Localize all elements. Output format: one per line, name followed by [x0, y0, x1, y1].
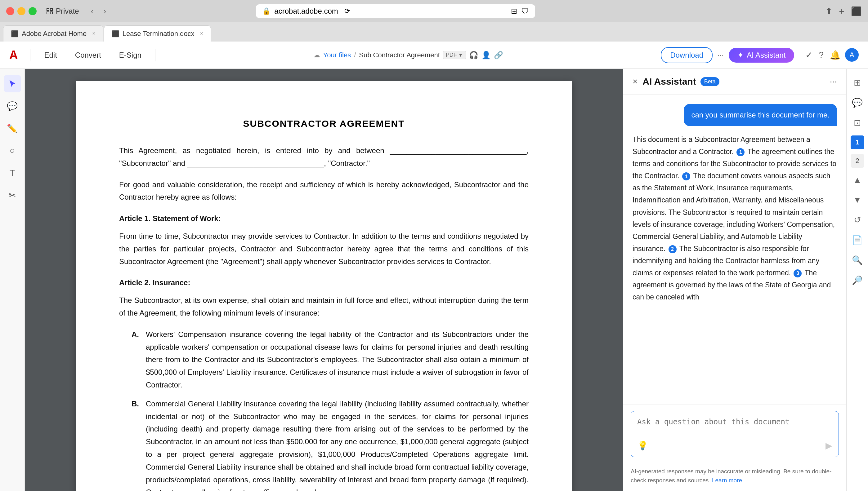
- ai-suggestions-button[interactable]: 💡: [637, 440, 648, 451]
- private-button[interactable]: Private: [42, 5, 83, 17]
- toolbar-icons: ✓ ? 🔔 A: [804, 48, 859, 62]
- list-item-b: B. Commercial General Liability insuranc…: [132, 398, 528, 491]
- citation-2[interactable]: 1: [682, 172, 690, 180]
- right-icon-message[interactable]: 💬: [849, 95, 865, 110]
- ai-response-part3: The document covers various aspects such…: [632, 172, 835, 253]
- right-icon-zoom-in[interactable]: 🔍: [849, 253, 865, 268]
- tool-pen[interactable]: ✏️: [4, 120, 21, 137]
- breadcrumb-separator: /: [354, 51, 356, 59]
- close-traffic-light[interactable]: [6, 7, 14, 15]
- tool-edit2[interactable]: ✂: [4, 186, 21, 204]
- right-icon-grid[interactable]: ⊞: [851, 75, 863, 90]
- learn-more-link[interactable]: Learn more: [712, 477, 742, 484]
- ai-more-button[interactable]: ···: [830, 77, 837, 86]
- tabs-bar: ⬛ Adobe Acrobat Home × ⬛ Lease Terminati…: [0, 22, 868, 41]
- ai-disclaimer: AI-generated responses may be inaccurate…: [623, 463, 846, 491]
- ai-input-field[interactable]: [637, 417, 832, 436]
- list-a-label: A.: [132, 328, 141, 392]
- list-b-label: B.: [132, 398, 141, 491]
- tool-lasso[interactable]: ○: [4, 142, 21, 159]
- ai-input-area: 💡 ▶: [623, 405, 846, 463]
- private-label: Private: [56, 7, 79, 16]
- toolbar-actions: Download ··· ✦ AI Assistant: [661, 47, 794, 63]
- page-number-2[interactable]: 2: [851, 154, 864, 168]
- right-icon-refresh[interactable]: ↺: [851, 212, 863, 228]
- bell-icon[interactable]: 🔔: [828, 48, 843, 62]
- ai-beta-badge: Beta: [701, 77, 720, 86]
- pdf-intro-2: For good and valuable consideration, the…: [119, 178, 528, 204]
- svg-rect-1: [50, 8, 52, 10]
- tab-doc-close[interactable]: ×: [200, 30, 204, 37]
- citation-3[interactable]: 2: [669, 245, 677, 253]
- list-a-text: Workers' Compensation insurance covering…: [146, 328, 528, 392]
- ai-close-button[interactable]: ×: [632, 77, 638, 86]
- right-icon-chevron-up[interactable]: ▲: [851, 173, 864, 187]
- edit-button[interactable]: Edit: [40, 48, 61, 62]
- share-button[interactable]: ⬆: [825, 6, 832, 17]
- question-icon[interactable]: ?: [817, 48, 825, 62]
- pdf-list: A. Workers' Compensation insurance cover…: [132, 328, 528, 491]
- ai-input-box[interactable]: 💡 ▶: [631, 411, 839, 457]
- ai-star-icon: ✦: [737, 51, 743, 59]
- breadcrumb-prefix: Your files: [323, 51, 351, 59]
- minimize-traffic-light[interactable]: [17, 7, 25, 15]
- tool-comment[interactable]: 💬: [4, 97, 21, 115]
- maximize-traffic-light[interactable]: [29, 7, 36, 15]
- pdf-intro-1: This Agreement, as negotiated herein, is…: [119, 144, 528, 170]
- list-b-text: Commercial General Liability insurance c…: [146, 398, 528, 491]
- tool-text[interactable]: T: [4, 164, 21, 182]
- convert-button[interactable]: Convert: [71, 48, 106, 62]
- page-number-1[interactable]: 1: [851, 136, 864, 149]
- extensions-button[interactable]: ⬛: [851, 6, 862, 17]
- acrobat-logo: A: [9, 48, 18, 62]
- citation-4[interactable]: 3: [793, 269, 802, 278]
- back-button[interactable]: ‹: [88, 5, 96, 17]
- user-message: can you summarise this document for me.: [684, 104, 837, 126]
- acrobat-icon-doc: ⬛: [112, 30, 119, 37]
- url-text: acrobat.adobe.com: [274, 7, 338, 16]
- right-icon-chevron-down[interactable]: ▼: [851, 193, 864, 207]
- ai-send-button[interactable]: ▶: [825, 440, 832, 451]
- traffic-lights: [6, 7, 36, 15]
- ai-response: This document is a Subcontractor Agreeme…: [632, 134, 837, 303]
- new-tab-button[interactable]: ＋: [837, 5, 846, 17]
- tab-home[interactable]: ⬛ Adobe Acrobat Home ×: [3, 25, 103, 41]
- pdf-title: SUBCONTRACTOR AGREEMENT: [119, 118, 528, 129]
- avatar-icon[interactable]: A: [845, 48, 859, 62]
- breadcrumb: ☁ Your files / Sub Contractor Agreement …: [165, 51, 651, 59]
- url-bar[interactable]: 🔒 acrobat.adobe.com ⟳ ⊞ 🛡: [256, 4, 535, 18]
- svg-rect-2: [47, 12, 49, 14]
- tab-home-label: Adobe Acrobat Home: [22, 30, 86, 38]
- ai-panel-title: AI Assistant: [643, 76, 696, 87]
- svg-rect-0: [47, 8, 49, 10]
- ai-chat-area[interactable]: can you summarise this document for me. …: [623, 94, 846, 405]
- ai-panel: × AI Assistant Beta ··· can you summaris…: [623, 69, 846, 491]
- pdf-body: This Agreement, as negotiated herein, is…: [119, 144, 528, 491]
- acrobat-icon-home: ⬛: [11, 30, 19, 37]
- pdf-badge: PDF▼: [443, 51, 466, 59]
- article1-body: From time to time, Subcontractor may pro…: [119, 230, 528, 268]
- article2-intro: The Subcontractor, at its own expense, s…: [119, 294, 528, 320]
- toolbar-separator-1: [30, 49, 30, 61]
- check-icon[interactable]: ✓: [804, 48, 814, 62]
- more-options-button[interactable]: ···: [717, 51, 724, 59]
- right-icon-doc[interactable]: 📄: [849, 232, 865, 248]
- forward-button[interactable]: ›: [101, 5, 109, 17]
- citation-1[interactable]: 1: [736, 148, 744, 156]
- tool-select[interactable]: [4, 75, 21, 92]
- svg-rect-3: [50, 12, 52, 14]
- breadcrumb-doc-name: Sub Contractor Agreement: [359, 51, 440, 59]
- ai-panel-header: × AI Assistant Beta ···: [623, 69, 846, 94]
- title-bar: Private ‹ › 🔒 acrobat.adobe.com ⟳ ⊞ 🛡 ⬆ …: [0, 0, 868, 22]
- app-toolbar: A Edit Convert E-Sign ☁ Your files / Sub…: [0, 41, 868, 69]
- tab-home-close[interactable]: ×: [92, 30, 96, 37]
- tab-doc[interactable]: ⬛ Lease Termination.docx ×: [104, 25, 211, 41]
- article1-heading: Article 1. Statement of Work:: [119, 212, 528, 225]
- esign-button[interactable]: E-Sign: [115, 48, 146, 62]
- right-icon-layers[interactable]: ⊡: [851, 115, 863, 131]
- right-sidebar: ⊞ 💬 ⊡ 1 2 ▲ ▼ ↺ 📄 🔍 🔎: [846, 69, 868, 491]
- ai-assistant-button[interactable]: ✦ AI Assistant: [729, 48, 794, 63]
- right-icon-zoom-out[interactable]: 🔎: [849, 273, 865, 288]
- pdf-viewer[interactable]: SUBCONTRACTOR AGREEMENT This Agreement, …: [25, 69, 623, 491]
- download-button[interactable]: Download: [661, 47, 712, 63]
